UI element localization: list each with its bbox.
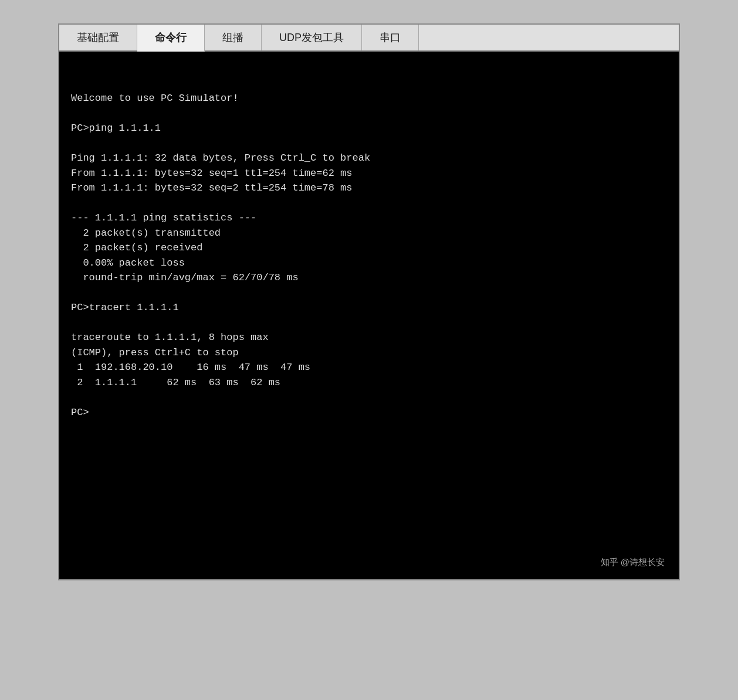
tab-4[interactable]: 串口 <box>362 25 419 50</box>
tab-bar: 基础配置命令行组播UDP发包工具串口 <box>59 25 679 52</box>
terminal-output[interactable]: Welcome to use PC Simulator! PC>ping 1.1… <box>59 52 679 579</box>
terminal-line: 2 packet(s) received <box>71 240 667 256</box>
terminal-line: PC>tracert 1.1.1.1 <box>71 300 667 315</box>
terminal-line: (ICMP), press Ctrl+C to stop <box>71 345 667 361</box>
tab-3[interactable]: UDP发包工具 <box>262 25 362 50</box>
tab-0[interactable]: 基础配置 <box>59 25 137 50</box>
terminal-line: round-trip min/avg/max = 62/70/78 ms <box>71 270 667 286</box>
terminal-line: 2 1.1.1.1 62 ms 63 ms 62 ms <box>71 375 667 390</box>
terminal-line: traceroute to 1.1.1.1, 8 hops max <box>71 330 667 345</box>
terminal-line: PC> <box>71 405 667 420</box>
watermark: 知乎 @诗想长安 <box>601 556 665 569</box>
terminal-line: 1 192.168.20.10 16 ms 47 ms 47 ms <box>71 360 667 375</box>
terminal-line: 2 packet(s) transmitted <box>71 226 667 241</box>
tab-2[interactable]: 组播 <box>205 25 262 50</box>
terminal-line: From 1.1.1.1: bytes=32 seq=2 ttl=254 tim… <box>71 181 667 196</box>
terminal-line: Ping 1.1.1.1: 32 data bytes, Press Ctrl_… <box>71 151 667 166</box>
terminal-line: Welcome to use PC Simulator! <box>71 91 667 106</box>
terminal-line: From 1.1.1.1: bytes=32 seq=1 ttl=254 tim… <box>71 166 667 181</box>
terminal-line: PC>ping 1.1.1.1 <box>71 121 667 136</box>
pc-simulator-window: 基础配置命令行组播UDP发包工具串口 Welcome to use PC Sim… <box>58 23 680 580</box>
tab-1[interactable]: 命令行 <box>137 25 205 52</box>
terminal-line: --- 1.1.1.1 ping statistics --- <box>71 210 667 226</box>
terminal-line: 0.00% packet loss <box>71 256 667 271</box>
